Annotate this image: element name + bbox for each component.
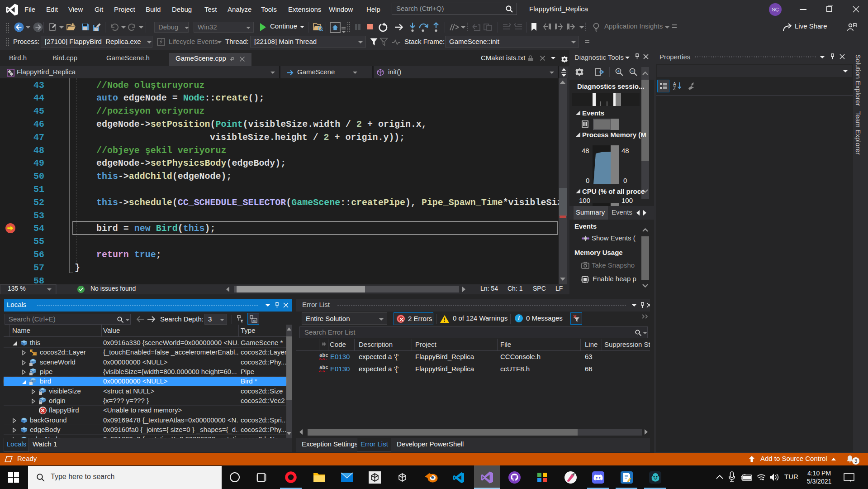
svg-text:Z: Z [673, 86, 676, 91]
svg-text:ab: ab [253, 319, 256, 322]
